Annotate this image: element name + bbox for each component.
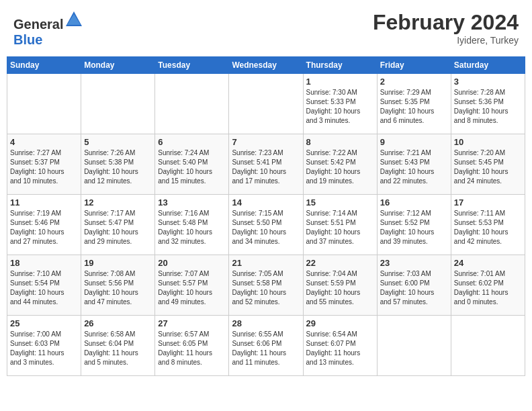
- day-number: 22: [306, 258, 374, 268]
- col-monday: Monday: [81, 57, 155, 74]
- calendar-cell: 8Sunrise: 7:22 AM Sunset: 5:42 PM Daylig…: [303, 134, 377, 195]
- day-number: 17: [454, 197, 522, 208]
- day-number: 16: [380, 197, 448, 208]
- calendar-cell: 2Sunrise: 7:29 AM Sunset: 5:35 PM Daylig…: [377, 74, 451, 134]
- day-number: 3: [454, 77, 522, 87]
- page-header: General Blue February 2024 Iyidere, Turk…: [7, 7, 525, 51]
- day-info: Sunrise: 7:19 AM Sunset: 5:46 PM Dayligh…: [10, 209, 78, 246]
- calendar-cell: 15Sunrise: 7:14 AM Sunset: 5:51 PM Dayli…: [303, 195, 377, 255]
- logo-blue: Blue: [13, 32, 42, 47]
- calendar-cell: 10Sunrise: 7:20 AM Sunset: 5:45 PM Dayli…: [451, 134, 525, 195]
- svg-marker-1: [67, 14, 81, 25]
- calendar-cell: 7Sunrise: 7:23 AM Sunset: 5:41 PM Daylig…: [229, 134, 303, 195]
- col-sunday: Sunday: [7, 57, 81, 74]
- day-info: Sunrise: 7:01 AM Sunset: 6:02 PM Dayligh…: [454, 269, 522, 307]
- day-number: 9: [380, 137, 448, 147]
- day-number: 13: [158, 197, 226, 208]
- calendar-cell: 11Sunrise: 7:19 AM Sunset: 5:46 PM Dayli…: [7, 195, 81, 255]
- day-number: 4: [10, 137, 78, 147]
- calendar-cell: [155, 74, 229, 134]
- day-info: Sunrise: 7:11 AM Sunset: 5:53 PM Dayligh…: [454, 209, 522, 246]
- day-info: Sunrise: 7:21 AM Sunset: 5:43 PM Dayligh…: [380, 148, 448, 186]
- calendar-week-1: 1Sunrise: 7:30 AM Sunset: 5:33 PM Daylig…: [7, 74, 525, 134]
- calendar-week-3: 11Sunrise: 7:19 AM Sunset: 5:46 PM Dayli…: [7, 195, 525, 255]
- calendar-table: Sunday Monday Tuesday Wednesday Thursday…: [7, 56, 525, 376]
- calendar-cell: 6Sunrise: 7:24 AM Sunset: 5:40 PM Daylig…: [155, 134, 229, 195]
- calendar-location: Iyidere, Turkey: [373, 35, 519, 46]
- calendar-cell: 23Sunrise: 7:03 AM Sunset: 6:00 PM Dayli…: [377, 255, 451, 316]
- calendar-cell: 17Sunrise: 7:11 AM Sunset: 5:53 PM Dayli…: [451, 195, 525, 255]
- calendar-cell: 20Sunrise: 7:07 AM Sunset: 5:57 PM Dayli…: [155, 255, 229, 316]
- day-info: Sunrise: 7:04 AM Sunset: 5:59 PM Dayligh…: [306, 269, 374, 307]
- day-info: Sunrise: 7:05 AM Sunset: 5:58 PM Dayligh…: [232, 269, 300, 307]
- calendar-cell: 16Sunrise: 7:12 AM Sunset: 5:52 PM Dayli…: [377, 195, 451, 255]
- day-info: Sunrise: 7:10 AM Sunset: 5:54 PM Dayligh…: [10, 269, 78, 307]
- day-number: 19: [84, 258, 152, 268]
- day-info: Sunrise: 6:58 AM Sunset: 6:04 PM Dayligh…: [84, 330, 152, 367]
- day-info: Sunrise: 7:16 AM Sunset: 5:48 PM Dayligh…: [158, 209, 226, 246]
- day-info: Sunrise: 7:23 AM Sunset: 5:41 PM Dayligh…: [232, 148, 300, 186]
- day-number: 29: [306, 318, 374, 328]
- day-number: 12: [84, 197, 152, 208]
- day-number: 7: [232, 137, 300, 147]
- day-info: Sunrise: 7:22 AM Sunset: 5:42 PM Dayligh…: [306, 148, 374, 186]
- calendar-cell: 14Sunrise: 7:15 AM Sunset: 5:50 PM Dayli…: [229, 195, 303, 255]
- day-number: 27: [158, 318, 226, 328]
- calendar-cell: 3Sunrise: 7:28 AM Sunset: 5:36 PM Daylig…: [451, 74, 525, 134]
- col-friday: Friday: [377, 57, 451, 74]
- calendar-cell: [451, 316, 525, 376]
- day-info: Sunrise: 7:24 AM Sunset: 5:40 PM Dayligh…: [158, 148, 226, 186]
- calendar-cell: 18Sunrise: 7:10 AM Sunset: 5:54 PM Dayli…: [7, 255, 81, 316]
- day-number: 26: [84, 318, 152, 328]
- logo-text: General Blue: [13, 10, 83, 48]
- calendar-cell: [229, 74, 303, 134]
- calendar-week-4: 18Sunrise: 7:10 AM Sunset: 5:54 PM Dayli…: [7, 255, 525, 316]
- calendar-cell: 27Sunrise: 6:57 AM Sunset: 6:05 PM Dayli…: [155, 316, 229, 376]
- day-number: 20: [158, 258, 226, 268]
- calendar-cell: [377, 316, 451, 376]
- calendar-cell: [81, 74, 155, 134]
- calendar-cell: 12Sunrise: 7:17 AM Sunset: 5:47 PM Dayli…: [81, 195, 155, 255]
- day-info: Sunrise: 7:00 AM Sunset: 6:03 PM Dayligh…: [10, 330, 78, 367]
- day-info: Sunrise: 7:30 AM Sunset: 5:33 PM Dayligh…: [306, 88, 374, 126]
- day-info: Sunrise: 7:20 AM Sunset: 5:45 PM Dayligh…: [454, 148, 522, 186]
- calendar-cell: 25Sunrise: 7:00 AM Sunset: 6:03 PM Dayli…: [7, 316, 81, 376]
- day-number: 1: [306, 77, 374, 87]
- day-info: Sunrise: 7:08 AM Sunset: 5:56 PM Dayligh…: [84, 269, 152, 307]
- calendar-cell: 22Sunrise: 7:04 AM Sunset: 5:59 PM Dayli…: [303, 255, 377, 316]
- title-block: February 2024 Iyidere, Turkey: [373, 10, 519, 46]
- col-tuesday: Tuesday: [155, 57, 229, 74]
- day-number: 11: [10, 197, 78, 208]
- day-info: Sunrise: 7:15 AM Sunset: 5:50 PM Dayligh…: [232, 209, 300, 246]
- day-number: 21: [232, 258, 300, 268]
- day-number: 2: [380, 77, 448, 87]
- col-wednesday: Wednesday: [229, 57, 303, 74]
- day-number: 23: [380, 258, 448, 268]
- calendar-cell: 19Sunrise: 7:08 AM Sunset: 5:56 PM Dayli…: [81, 255, 155, 316]
- calendar-cell: 5Sunrise: 7:26 AM Sunset: 5:38 PM Daylig…: [81, 134, 155, 195]
- day-number: 25: [10, 318, 78, 328]
- day-number: 6: [158, 137, 226, 147]
- day-number: 10: [454, 137, 522, 147]
- calendar-week-2: 4Sunrise: 7:27 AM Sunset: 5:37 PM Daylig…: [7, 134, 525, 195]
- day-info: Sunrise: 7:28 AM Sunset: 5:36 PM Dayligh…: [454, 88, 522, 126]
- day-info: Sunrise: 7:03 AM Sunset: 6:00 PM Dayligh…: [380, 269, 448, 307]
- col-thursday: Thursday: [303, 57, 377, 74]
- day-number: 24: [454, 258, 522, 268]
- day-number: 18: [10, 258, 78, 268]
- day-info: Sunrise: 7:27 AM Sunset: 5:37 PM Dayligh…: [10, 148, 78, 186]
- day-info: Sunrise: 7:14 AM Sunset: 5:51 PM Dayligh…: [306, 209, 374, 246]
- calendar-cell: 24Sunrise: 7:01 AM Sunset: 6:02 PM Dayli…: [451, 255, 525, 316]
- calendar-cell: 26Sunrise: 6:58 AM Sunset: 6:04 PM Dayli…: [81, 316, 155, 376]
- logo: General Blue: [13, 10, 83, 48]
- day-info: Sunrise: 7:12 AM Sunset: 5:52 PM Dayligh…: [380, 209, 448, 246]
- day-info: Sunrise: 6:57 AM Sunset: 6:05 PM Dayligh…: [158, 330, 226, 367]
- day-info: Sunrise: 7:07 AM Sunset: 5:57 PM Dayligh…: [158, 269, 226, 307]
- day-number: 14: [232, 197, 300, 208]
- day-info: Sunrise: 7:26 AM Sunset: 5:38 PM Dayligh…: [84, 148, 152, 186]
- day-info: Sunrise: 6:55 AM Sunset: 6:06 PM Dayligh…: [232, 330, 300, 367]
- calendar-body: 1Sunrise: 7:30 AM Sunset: 5:33 PM Daylig…: [7, 74, 525, 376]
- calendar-cell: 13Sunrise: 7:16 AM Sunset: 5:48 PM Dayli…: [155, 195, 229, 255]
- calendar-cell: 9Sunrise: 7:21 AM Sunset: 5:43 PM Daylig…: [377, 134, 451, 195]
- calendar-cell: 4Sunrise: 7:27 AM Sunset: 5:37 PM Daylig…: [7, 134, 81, 195]
